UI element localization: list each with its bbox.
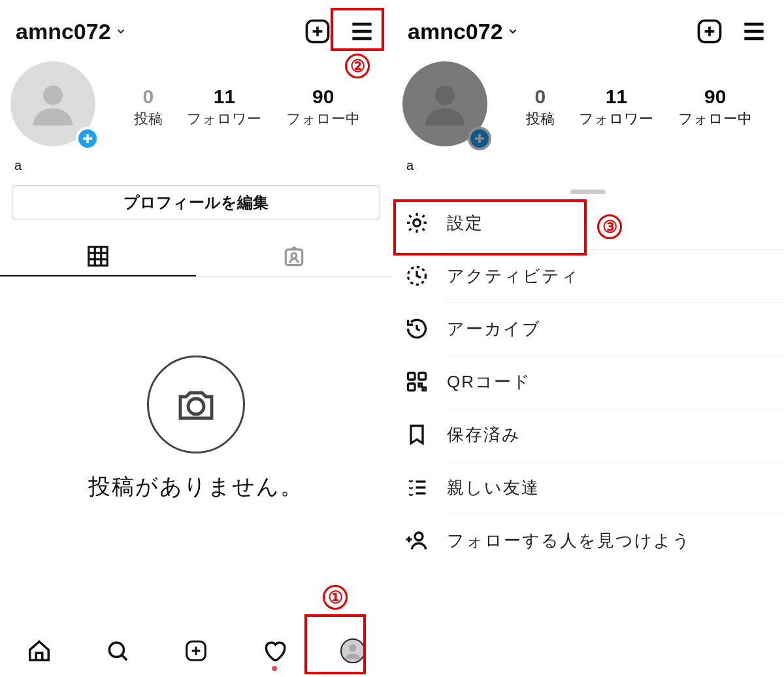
sheet-label: QRコード	[447, 371, 531, 393]
stat-posts[interactable]: 0 投稿	[134, 86, 163, 129]
display-name: a	[0, 153, 392, 173]
sheet-label: 親しい友達	[447, 476, 540, 499]
svg-rect-35	[419, 373, 426, 380]
stats-row: 0 投稿 11 フォロワー 90 フォロー中	[0, 55, 392, 153]
plus-square-icon	[695, 17, 724, 46]
camera-icon	[172, 381, 220, 428]
avatar-placeholder-icon	[27, 78, 79, 130]
sheet-item-discover[interactable]: フォローする人を見つけよう	[392, 514, 784, 567]
bottom-nav	[0, 625, 392, 677]
svg-line-18	[122, 655, 127, 660]
svg-rect-14	[286, 250, 302, 265]
stat-posts-label: 投稿	[134, 109, 163, 129]
sheet-item-archive[interactable]: アーカイブ	[392, 303, 784, 355]
activity-dot-icon	[272, 666, 277, 671]
stat-following-label: フォロー中	[678, 109, 752, 129]
chevron-down-icon	[115, 25, 127, 37]
plus-square-icon	[184, 638, 208, 663]
svg-point-17	[109, 642, 123, 657]
add-story-badge	[468, 127, 491, 150]
sheet-item-qr[interactable]: QRコード	[392, 355, 784, 408]
discover-people-icon	[405, 529, 429, 552]
sheet-item-activity[interactable]: アクティビティ	[392, 250, 784, 302]
grid-icon	[86, 244, 110, 269]
sheet-label: 設定	[447, 212, 483, 235]
sheet-label: 保存済み	[447, 423, 521, 446]
create-button[interactable]	[303, 17, 332, 46]
username-switcher[interactable]: amnc072	[16, 19, 127, 44]
sheet-label: アクティビティ	[447, 265, 580, 288]
annotation-num-1: ①	[323, 585, 348, 610]
svg-rect-34	[408, 373, 416, 380]
avatar-placeholder-icon	[419, 78, 471, 130]
edit-profile-label: プロフィールを編集	[123, 192, 269, 213]
stat-followers-label: フォロワー	[187, 109, 261, 129]
empty-text: 投稿がありません。	[0, 472, 392, 502]
svg-rect-36	[408, 384, 416, 391]
sheet-item-close-friends[interactable]: 親しい友達	[392, 461, 784, 514]
home-icon	[27, 638, 52, 663]
chevron-down-icon	[507, 25, 519, 37]
profile-screen-right: amnc072	[392, 0, 784, 677]
heart-icon	[262, 638, 287, 663]
profile-screen-left: amnc072 0 投稿 11	[0, 0, 392, 677]
stat-following-label: フォロー中	[286, 109, 360, 129]
sheet-label: アーカイブ	[447, 318, 541, 340]
nav-profile[interactable]	[336, 635, 369, 667]
empty-state: 投稿がありません。	[0, 277, 392, 502]
svg-point-32	[414, 220, 421, 227]
qr-icon	[405, 370, 429, 393]
search-icon	[105, 638, 130, 663]
menu-icon	[740, 17, 768, 46]
svg-point-6	[43, 86, 63, 105]
activity-icon	[405, 264, 429, 288]
stat-followers[interactable]: 11 フォロワー	[187, 86, 261, 129]
add-story-badge[interactable]	[76, 127, 99, 150]
tab-grid[interactable]	[0, 237, 196, 276]
profile-tabs	[0, 237, 392, 277]
svg-rect-37	[419, 384, 422, 387]
tagged-icon	[282, 244, 306, 269]
username-text: amnc072	[408, 19, 503, 44]
empty-icon-circle	[147, 355, 245, 454]
username-switcher: amnc072	[408, 19, 519, 44]
stat-following[interactable]: 90 フォロー中	[286, 86, 360, 129]
avatar-wrap[interactable]	[10, 61, 102, 153]
sheet-item-saved[interactable]: 保存済み	[392, 408, 784, 461]
nav-avatar-icon	[340, 638, 365, 663]
display-name: a	[392, 153, 784, 173]
sheet-grabber[interactable]	[570, 190, 606, 194]
stats-row: 0投稿 11フォロワー 90フォロー中	[392, 55, 784, 153]
nav-activity[interactable]	[258, 635, 291, 667]
svg-point-16	[188, 399, 204, 414]
username-text: amnc072	[16, 19, 111, 44]
menu-icon	[348, 17, 376, 46]
stat-followers-number: 11	[187, 86, 261, 108]
stat-posts-number: 0	[526, 86, 555, 108]
plus-icon	[470, 129, 489, 148]
edit-profile-button[interactable]: プロフィールを編集	[12, 185, 380, 220]
gear-icon	[405, 211, 429, 235]
svg-rect-9	[89, 247, 108, 266]
create-button	[695, 17, 724, 46]
menu-button[interactable]	[348, 17, 376, 46]
plus-square-icon	[303, 17, 332, 46]
stat-posts-number: 0	[134, 86, 163, 108]
svg-point-22	[349, 644, 356, 652]
close-friends-icon	[405, 476, 429, 499]
sheet-label: フォローする人を見つけよう	[447, 529, 691, 552]
stat-following-number: 90	[678, 86, 752, 108]
menu-button	[740, 17, 768, 46]
svg-rect-38	[423, 388, 426, 391]
nav-search[interactable]	[101, 635, 134, 667]
stat-following-number: 90	[286, 86, 360, 108]
stat-followers-number: 11	[579, 86, 653, 108]
sheet-item-settings[interactable]: 設定	[392, 197, 784, 249]
tab-tagged[interactable]	[196, 237, 392, 276]
nav-create[interactable]	[180, 635, 212, 667]
archive-icon	[405, 317, 429, 340]
nav-home[interactable]	[23, 635, 56, 667]
avatar-wrap	[402, 61, 494, 153]
plus-icon	[78, 129, 97, 148]
header: amnc072	[0, 0, 392, 55]
